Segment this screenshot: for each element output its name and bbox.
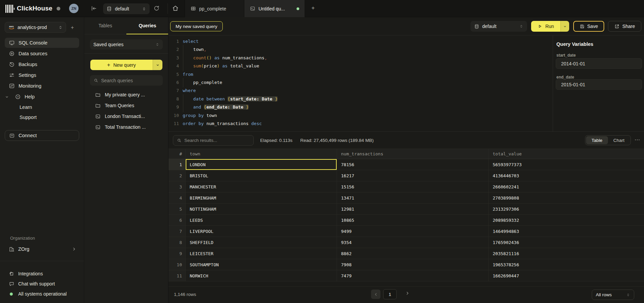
column-header-total-value[interactable]: total_value xyxy=(489,149,644,159)
sidebar-item-integrations[interactable]: Integrations xyxy=(5,269,79,279)
cell-num[interactable]: 8862 xyxy=(337,248,489,259)
query-list-item[interactable]: My private query ... xyxy=(89,90,166,100)
cell-town[interactable]: BIRMINGHAM xyxy=(186,192,337,204)
cell-total[interactable]: 4136446703 xyxy=(489,170,644,181)
cell-total[interactable]: 1464994863 xyxy=(489,226,644,237)
sidebar-item-chat-support[interactable]: Chat with support xyxy=(5,279,79,289)
save-button[interactable]: Save xyxy=(573,21,604,32)
share-label: Share xyxy=(622,24,635,29)
column-header-num-transactions[interactable]: num_transactions xyxy=(337,149,489,159)
query-list-item[interactable]: London Transacti... xyxy=(89,111,166,121)
cell-total[interactable]: 1662690447 xyxy=(489,270,644,281)
view-table-button[interactable]: Table xyxy=(586,136,608,144)
share-button[interactable]: Share xyxy=(608,21,641,32)
end-date-field[interactable] xyxy=(556,79,642,90)
sidebar-item-monitoring[interactable]: Monitoring xyxy=(5,81,79,91)
view-chart-button[interactable]: Chart xyxy=(608,136,630,144)
sql-editor[interactable]: 1select 2 town, 3 count() as num_transac… xyxy=(168,35,553,131)
tab-tables[interactable]: Tables xyxy=(84,17,126,34)
start-date-field[interactable] xyxy=(556,58,642,69)
query-list-item[interactable]: Team Queries xyxy=(89,100,166,111)
prev-page-button[interactable] xyxy=(371,290,380,299)
saved-query-tab[interactable]: My new saved query xyxy=(170,21,223,31)
cell-total[interactable]: 56593977373 xyxy=(489,159,644,170)
sidebar-item-support[interactable]: Support xyxy=(5,112,79,122)
cell-town[interactable]: SOUTHAMPTON xyxy=(186,259,337,270)
cell-town[interactable]: MANCHESTER xyxy=(186,181,337,192)
column-header-town[interactable]: town xyxy=(186,149,337,159)
cell-town[interactable]: LEICESTER xyxy=(186,248,337,259)
cell-num[interactable]: 10865 xyxy=(337,215,489,226)
new-query-dropdown[interactable] xyxy=(153,60,162,70)
run-dropdown[interactable] xyxy=(560,21,569,32)
updown-chevron-icon xyxy=(155,42,159,47)
cell-num[interactable]: 9354 xyxy=(337,237,489,248)
cell-num[interactable]: 13471 xyxy=(337,192,489,204)
code-line: 7where xyxy=(168,87,553,95)
sidebar-item-settings[interactable]: Settings xyxy=(5,70,79,80)
cell-num[interactable]: 9499 xyxy=(337,226,489,237)
tab-queries[interactable]: Queries xyxy=(126,17,168,34)
saved-queries-filter[interactable]: Saved queries xyxy=(90,39,163,50)
cell-town[interactable]: LEEDS xyxy=(186,215,337,226)
cell-num[interactable]: 15156 xyxy=(337,181,489,192)
search-results-input[interactable] xyxy=(184,138,250,143)
collapse-left-icon[interactable] xyxy=(90,5,97,12)
cell-total[interactable]: 2703899808 xyxy=(489,192,644,204)
search-queries-input[interactable] xyxy=(101,78,162,83)
cell-num[interactable]: 16217 xyxy=(337,170,489,181)
organization-selector[interactable]: ZOrg xyxy=(5,244,79,254)
chevron-down-icon xyxy=(5,95,9,99)
run-database-selector[interactable]: default xyxy=(470,21,527,32)
cell-town[interactable]: LIVERPOOL xyxy=(186,226,337,237)
refresh-icon[interactable] xyxy=(153,5,160,11)
row-index: 3 xyxy=(168,181,186,192)
search-results-box xyxy=(173,135,254,146)
cell-total[interactable]: 2660602241 xyxy=(489,181,644,192)
workspace-selector[interactable]: aws analytics-prod xyxy=(5,22,66,33)
cell-town[interactable]: NORWICH xyxy=(186,270,337,281)
cell-town-selected[interactable]: LONDON xyxy=(186,159,337,170)
tab-pp-complete[interactable]: pp_complete xyxy=(185,0,244,17)
new-tab-button[interactable]: + xyxy=(309,5,317,11)
page-size-selector[interactable]: All rows xyxy=(592,290,634,300)
cell-town[interactable]: NOTTINGHAM xyxy=(186,204,337,215)
status-label: All systems operational xyxy=(18,291,67,297)
cell-total[interactable]: 1765902436 xyxy=(489,237,644,248)
save-floppy-icon xyxy=(580,24,585,29)
cell-total[interactable]: 2313297306 xyxy=(489,204,644,215)
cell-num[interactable]: 7479 xyxy=(337,270,489,281)
cell-town[interactable]: SHEFFIELD xyxy=(186,237,337,248)
line-number: 11 xyxy=(172,120,179,128)
cell-total[interactable]: 1965378256 xyxy=(489,259,644,270)
sidebar-item-learn[interactable]: Learn xyxy=(5,102,79,112)
page-number-input[interactable] xyxy=(383,289,397,299)
query-list-item[interactable]: Total Transaction ... xyxy=(89,122,166,132)
next-page-button[interactable] xyxy=(405,291,410,296)
sidebar-item-backups[interactable]: Backups xyxy=(5,59,79,69)
system-status[interactable]: All systems operational xyxy=(5,289,79,299)
cell-num[interactable]: 12981 xyxy=(337,204,489,215)
folder-icon xyxy=(95,103,101,109)
more-options-icon[interactable] xyxy=(634,137,641,143)
share-out-icon xyxy=(614,24,619,29)
cell-total[interactable]: 2089859332 xyxy=(489,215,644,226)
table-row: 7 LIVERPOOL 9499 1464994863 xyxy=(168,226,644,237)
cell-num[interactable]: 78156 xyxy=(337,159,489,170)
column-header-index[interactable]: # xyxy=(168,149,186,159)
sidebar-item-sql-console[interactable]: SQL Console xyxy=(5,38,79,48)
sidebar-item-data-sources[interactable]: Data sources xyxy=(5,49,79,59)
new-query-button[interactable]: + New query xyxy=(90,60,162,70)
run-button[interactable]: Run xyxy=(531,21,569,32)
tab-untitled-query[interactable]: Untitled qu... xyxy=(244,0,305,17)
add-service-button[interactable]: + xyxy=(71,25,74,31)
cell-num[interactable]: 7908 xyxy=(337,259,489,270)
sidebar-item-help[interactable]: ? Help xyxy=(5,92,79,102)
home-icon[interactable] xyxy=(172,5,179,12)
avatar[interactable]: ZN xyxy=(69,4,79,13)
code-line: 1select xyxy=(168,37,553,46)
cell-town[interactable]: BRISTOL xyxy=(186,170,337,181)
cell-total[interactable]: 2035821116 xyxy=(489,248,644,259)
connect-button[interactable]: Connect xyxy=(5,130,79,141)
topbar-database-selector[interactable]: default xyxy=(103,3,150,14)
